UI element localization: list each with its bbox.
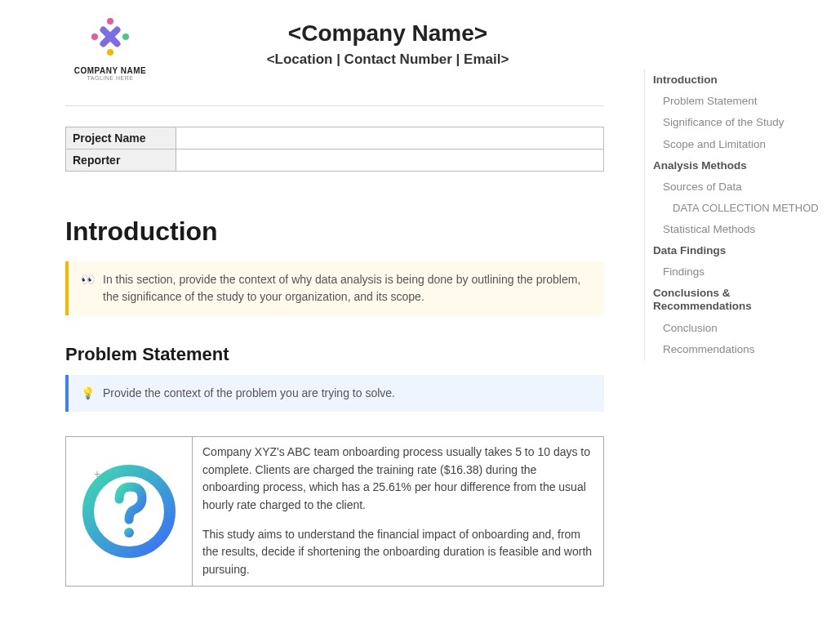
logo-tagline: TAGLINE HERE [65,75,155,81]
problem-icon-cell [66,437,193,586]
intro-callout[interactable]: 👀 In this section, provide the context o… [65,261,604,315]
intro-callout-text: In this section, provide the context of … [103,271,592,306]
document-main: COMPANY NAME TAGLINE HERE <Company Name>… [0,0,629,587]
toc-data-collection[interactable]: DATA COLLECTION METHOD [653,198,820,219]
logo-company-name: COMPANY NAME [65,66,155,75]
toc-data-findings[interactable]: Data Findings [653,240,820,261]
problem-content-block[interactable]: Company XYZ's ABC team onboarding proces… [65,436,604,587]
title-block: <Company Name> <Location | Contact Numbe… [171,16,604,68]
toc-recommendations[interactable]: Recommendations [653,339,820,360]
company-subtitle[interactable]: <Location | Contact Number | Email> [171,51,604,68]
toc-introduction[interactable]: Introduction [653,69,820,91]
project-meta-table: Project Name Reporter [65,127,604,172]
company-logo-block: COMPANY NAME TAGLINE HERE [65,16,155,81]
header-row: COMPANY NAME TAGLINE HERE <Company Name>… [65,16,604,81]
svg-point-9 [124,528,134,538]
add-block-button[interactable]: + [94,467,100,480]
toc-sources[interactable]: Sources of Data [653,176,820,198]
toc-statistical[interactable]: Statistical Methods [653,219,820,240]
lightbulb-icon: 💡 [81,385,95,402]
project-name-label: Project Name [66,127,176,149]
problem-callout[interactable]: 💡 Provide the context of the problem you… [65,375,604,412]
header-divider [65,105,604,106]
company-title[interactable]: <Company Name> [171,20,604,47]
drag-handle[interactable]: ⋮⋮ [105,469,120,480]
problem-text-cell[interactable]: Company XYZ's ABC team onboarding proces… [193,437,603,586]
svg-point-6 [107,49,113,56]
svg-point-5 [122,33,129,40]
table-of-contents: Introduction Problem Statement Significa… [644,69,820,360]
toc-conclusion[interactable]: Conclusion [653,318,820,339]
table-row: Project Name [66,127,604,149]
toc-conclusions[interactable]: Conclusions & Recommendations [653,283,820,317]
toc-findings[interactable]: Findings [653,261,820,283]
toc-significance[interactable]: Significance of the Study [653,112,820,133]
reporter-value[interactable] [176,149,604,172]
company-logo-icon [82,16,139,61]
toc-analysis-methods[interactable]: Analysis Methods [653,155,820,176]
toc-problem-statement[interactable]: Problem Statement [653,91,820,112]
problem-paragraph-2: This study aims to understand the financ… [202,526,593,579]
project-name-value[interactable] [176,127,604,149]
problem-statement-heading[interactable]: Problem Statement [65,344,604,365]
problem-callout-text: Provide the context of the problem you a… [103,385,395,402]
block-handles: + ⋮⋮ [94,467,120,480]
svg-point-4 [107,18,113,25]
introduction-heading[interactable]: Introduction [65,216,604,247]
svg-point-7 [91,33,98,40]
reporter-label: Reporter [66,149,176,172]
problem-paragraph-1: Company XYZ's ABC team onboarding proces… [202,444,593,515]
table-row: Reporter [66,149,604,172]
eyes-icon: 👀 [81,271,95,306]
toc-scope[interactable]: Scope and Limitation [653,134,820,155]
